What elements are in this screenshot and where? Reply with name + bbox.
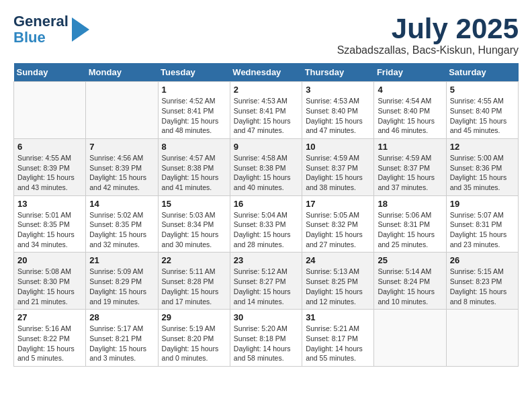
day-cell: 23Sunrise: 5:12 AMSunset: 8:27 PMDayligh…: [230, 253, 302, 310]
day-info: Sunrise: 5:11 AMSunset: 8:28 PMDaylight:…: [162, 267, 226, 306]
day-cell: 12Sunrise: 5:00 AMSunset: 8:36 PMDayligh…: [446, 138, 518, 195]
day-info: Sunrise: 5:03 AMSunset: 8:34 PMDaylight:…: [162, 210, 226, 250]
day-number: 28: [89, 312, 154, 322]
day-info: Sunrise: 4:55 AMSunset: 8:39 PMDaylight:…: [17, 153, 82, 193]
week-row-1: 1Sunrise: 4:52 AMSunset: 8:41 PMDaylight…: [14, 82, 519, 139]
day-number: 21: [89, 255, 154, 265]
day-cell: 19Sunrise: 5:07 AMSunset: 8:31 PMDayligh…: [446, 195, 518, 253]
day-cell: 14Sunrise: 5:02 AMSunset: 8:35 PMDayligh…: [86, 195, 158, 253]
day-info: Sunrise: 5:00 AMSunset: 8:36 PMDaylight:…: [450, 153, 515, 193]
day-cell: 9Sunrise: 4:58 AMSunset: 8:38 PMDaylight…: [230, 138, 302, 195]
day-info: Sunrise: 5:06 AMSunset: 8:31 PMDaylight:…: [378, 210, 442, 250]
logo-arrow-icon: [72, 17, 89, 42]
day-number: 2: [234, 85, 298, 95]
day-cell: 5Sunrise: 4:55 AMSunset: 8:40 PMDaylight…: [446, 82, 518, 139]
title-block: July 2025 Szabadszallas, Bacs-Kiskun, Hu…: [337, 13, 519, 56]
day-info: Sunrise: 5:13 AMSunset: 8:25 PMDaylight:…: [306, 267, 370, 306]
day-number: 24: [306, 255, 370, 265]
day-cell: 4Sunrise: 4:54 AMSunset: 8:40 PMDaylight…: [374, 82, 446, 139]
day-cell: 26Sunrise: 5:15 AMSunset: 8:23 PMDayligh…: [446, 253, 518, 310]
weekday-header-monday: Monday: [86, 63, 158, 82]
day-info: Sunrise: 5:04 AMSunset: 8:33 PMDaylight:…: [234, 210, 298, 250]
day-cell: 15Sunrise: 5:03 AMSunset: 8:34 PMDayligh…: [158, 195, 230, 253]
day-number: 20: [17, 255, 82, 265]
week-row-2: 6Sunrise: 4:55 AMSunset: 8:39 PMDaylight…: [14, 138, 519, 195]
day-info: Sunrise: 4:56 AMSunset: 8:39 PMDaylight:…: [89, 153, 154, 193]
day-cell: 6Sunrise: 4:55 AMSunset: 8:39 PMDaylight…: [14, 138, 86, 195]
weekday-header-wednesday: Wednesday: [230, 63, 302, 82]
day-number: 11: [378, 142, 442, 152]
calendar-table: SundayMondayTuesdayWednesdayThursdayFrid…: [13, 63, 519, 367]
day-info: Sunrise: 4:53 AMSunset: 8:41 PMDaylight:…: [234, 96, 298, 136]
day-number: 29: [162, 312, 226, 322]
day-info: Sunrise: 5:15 AMSunset: 8:23 PMDaylight:…: [450, 267, 515, 306]
day-cell: [374, 310, 446, 367]
day-cell: 29Sunrise: 5:19 AMSunset: 8:20 PMDayligh…: [158, 310, 230, 367]
day-number: 31: [306, 312, 370, 322]
day-number: 25: [378, 255, 442, 265]
weekday-header-saturday: Saturday: [446, 63, 518, 82]
day-info: Sunrise: 5:21 AMSunset: 8:17 PMDaylight:…: [306, 324, 370, 363]
day-number: 1: [162, 85, 226, 95]
weekday-header-sunday: Sunday: [14, 63, 86, 82]
day-cell: 24Sunrise: 5:13 AMSunset: 8:25 PMDayligh…: [302, 253, 374, 310]
day-cell: 18Sunrise: 5:06 AMSunset: 8:31 PMDayligh…: [374, 195, 446, 253]
day-number: 9: [234, 142, 298, 152]
day-cell: 31Sunrise: 5:21 AMSunset: 8:17 PMDayligh…: [302, 310, 374, 367]
day-cell: 27Sunrise: 5:16 AMSunset: 8:22 PMDayligh…: [14, 310, 86, 367]
weekday-header-tuesday: Tuesday: [158, 63, 230, 82]
day-cell: 13Sunrise: 5:01 AMSunset: 8:35 PMDayligh…: [14, 195, 86, 253]
day-number: 30: [234, 312, 298, 322]
week-row-5: 27Sunrise: 5:16 AMSunset: 8:22 PMDayligh…: [14, 310, 519, 367]
day-number: 7: [89, 142, 154, 152]
day-number: 27: [17, 312, 82, 322]
day-info: Sunrise: 5:16 AMSunset: 8:22 PMDaylight:…: [17, 324, 82, 363]
day-info: Sunrise: 4:59 AMSunset: 8:37 PMDaylight:…: [306, 153, 370, 193]
logo-line2: Blue: [13, 30, 69, 46]
day-number: 4: [378, 85, 442, 95]
weekday-header-friday: Friday: [374, 63, 446, 82]
day-cell: 20Sunrise: 5:08 AMSunset: 8:30 PMDayligh…: [14, 253, 86, 310]
day-cell: 28Sunrise: 5:17 AMSunset: 8:21 PMDayligh…: [86, 310, 158, 367]
day-info: Sunrise: 5:07 AMSunset: 8:31 PMDaylight:…: [450, 210, 515, 250]
day-cell: 16Sunrise: 5:04 AMSunset: 8:33 PMDayligh…: [230, 195, 302, 253]
day-number: 10: [306, 142, 370, 152]
day-cell: [446, 310, 518, 367]
day-info: Sunrise: 5:02 AMSunset: 8:35 PMDaylight:…: [89, 210, 154, 250]
day-cell: 17Sunrise: 5:05 AMSunset: 8:32 PMDayligh…: [302, 195, 374, 253]
day-info: Sunrise: 4:54 AMSunset: 8:40 PMDaylight:…: [378, 96, 442, 136]
day-number: 8: [162, 142, 226, 152]
day-number: 22: [162, 255, 226, 265]
day-cell: 30Sunrise: 5:20 AMSunset: 8:18 PMDayligh…: [230, 310, 302, 367]
day-cell: 2Sunrise: 4:53 AMSunset: 8:41 PMDaylight…: [230, 82, 302, 139]
day-number: 5: [450, 85, 515, 95]
logo-line1: General: [13, 13, 69, 30]
day-info: Sunrise: 4:55 AMSunset: 8:40 PMDaylight:…: [450, 96, 515, 136]
week-row-3: 13Sunrise: 5:01 AMSunset: 8:35 PMDayligh…: [14, 195, 519, 253]
day-cell: 22Sunrise: 5:11 AMSunset: 8:28 PMDayligh…: [158, 253, 230, 310]
day-cell: 1Sunrise: 4:52 AMSunset: 8:41 PMDaylight…: [158, 82, 230, 139]
day-number: 6: [17, 142, 82, 152]
page-header: General Blue July 2025 Szabadszallas, Ba…: [13, 13, 519, 56]
day-number: 13: [17, 199, 82, 209]
day-info: Sunrise: 4:58 AMSunset: 8:38 PMDaylight:…: [234, 153, 298, 193]
day-info: Sunrise: 4:52 AMSunset: 8:41 PMDaylight:…: [162, 96, 226, 136]
day-number: 12: [450, 142, 515, 152]
day-number: 23: [234, 255, 298, 265]
day-number: 18: [378, 199, 442, 209]
day-info: Sunrise: 5:01 AMSunset: 8:35 PMDaylight:…: [17, 210, 82, 250]
day-number: 16: [234, 199, 298, 209]
day-cell: [86, 82, 158, 139]
day-info: Sunrise: 4:57 AMSunset: 8:38 PMDaylight:…: [162, 153, 226, 193]
day-number: 15: [162, 199, 226, 209]
day-info: Sunrise: 5:14 AMSunset: 8:24 PMDaylight:…: [378, 267, 442, 306]
week-row-4: 20Sunrise: 5:08 AMSunset: 8:30 PMDayligh…: [14, 253, 519, 310]
location-subtitle: Szabadszallas, Bacs-Kiskun, Hungary: [337, 44, 519, 56]
day-info: Sunrise: 5:08 AMSunset: 8:30 PMDaylight:…: [17, 267, 82, 306]
day-cell: 3Sunrise: 4:53 AMSunset: 8:40 PMDaylight…: [302, 82, 374, 139]
day-info: Sunrise: 4:53 AMSunset: 8:40 PMDaylight:…: [306, 96, 370, 136]
day-number: 17: [306, 199, 370, 209]
day-cell: [14, 82, 86, 139]
weekday-header-thursday: Thursday: [302, 63, 374, 82]
day-number: 26: [450, 255, 515, 265]
